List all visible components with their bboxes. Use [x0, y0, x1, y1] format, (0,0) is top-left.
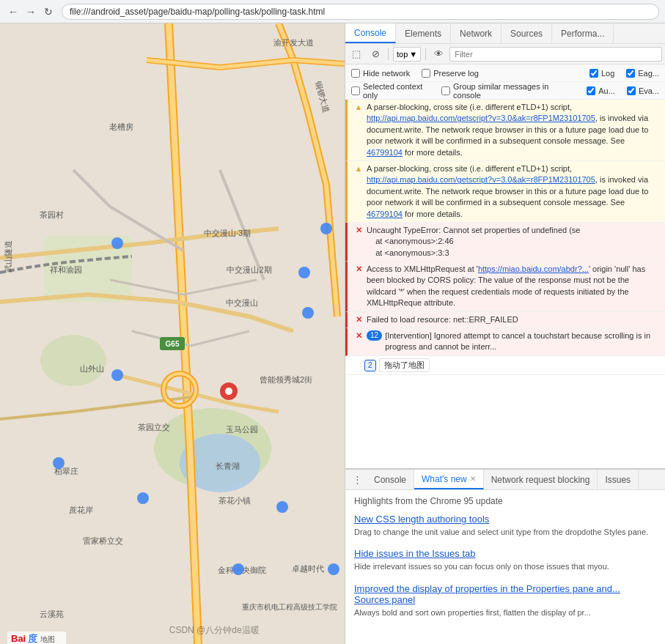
link-warning1b[interactable]: 46799104 [367, 148, 403, 157]
auto-checkbox[interactable] [587, 86, 595, 95]
svg-text:山外山: 山外山 [80, 364, 104, 373]
eye-button[interactable]: 👁 [430, 46, 447, 62]
log-option[interactable]: Log [589, 69, 614, 78]
svg-text:武山隧道: 武山隧道 [4, 240, 12, 273]
options-row2: Selected context only Group similar mess… [345, 82, 665, 100]
svg-text:渝开发大道: 渝开发大道 [273, 38, 314, 47]
hide-network-checkbox[interactable] [351, 69, 360, 78]
svg-text:重庆市机电工程高级技工学院: 重庆市机电工程高级技工学院 [242, 603, 337, 611]
warning-icon2: ▲ [353, 164, 364, 174]
svg-point-38 [111, 369, 123, 381]
eager-option[interactable]: Eag... [626, 69, 659, 78]
svg-text:雷家桥立交: 雷家桥立交 [83, 536, 123, 545]
map-area: G65 渝开发大道 铜锣大道 老槽房 茶园村 中交漫山·3期 中交漫山2期 中交… [0, 23, 345, 644]
console-entry-error1: ✕ Uncaught TypeError: Cannot set propert… [345, 223, 665, 262]
svg-text:祥和渝园: 祥和渝园 [50, 265, 82, 274]
eval-option[interactable]: Eva... [627, 86, 659, 95]
svg-text:中交漫山·3期: 中交漫山·3期 [204, 229, 251, 237]
update-title-1[interactable]: New CSS length authoring tools [354, 514, 656, 525]
console-entry-error2: ✕ Access to XMLHttpRequest at 'https://m… [345, 262, 665, 312]
console-entry-warning1: ▲ A parser-blocking, cross site (i.e. di… [345, 100, 665, 161]
svg-text:度: 度 [27, 633, 38, 644]
devtools-toolbar: ⬚ ⊘ top ▼ 👁 [345, 44, 665, 64]
address-bar[interactable] [62, 4, 659, 20]
tab-network[interactable]: Network [451, 23, 501, 43]
bottom-tab-console[interactable]: Console [367, 470, 414, 489]
selected-context-option[interactable]: Selected context only [351, 82, 430, 100]
svg-text:云溪苑: 云溪苑 [40, 610, 64, 618]
error-icon3: ✕ [353, 315, 364, 325]
console-output[interactable]: ▲ A parser-blocking, cross site (i.e. di… [345, 100, 665, 468]
preserve-log-checkbox[interactable] [422, 69, 430, 78]
options-row1: Hide network Preserve log Log Eag... [345, 64, 665, 82]
svg-text:地图: 地图 [40, 635, 55, 643]
link-warning2[interactable]: http://api.map.baidu.com/getscript?v=3.0… [367, 175, 595, 184]
svg-point-41 [276, 501, 288, 513]
filter-input[interactable] [449, 47, 662, 62]
svg-point-36 [298, 267, 310, 278]
svg-text:G65: G65 [166, 340, 180, 348]
group-similar-option[interactable]: Group similar messages in console [441, 82, 563, 100]
intervention-icon: ✕ [353, 331, 364, 341]
svg-text:中交漫山: 中交漫山 [226, 298, 258, 307]
bottom-tab-network-blocking[interactable]: Network request blocking [484, 470, 598, 489]
log-checkbox[interactable] [589, 69, 598, 78]
link-warning2b[interactable]: 46799104 [367, 210, 403, 218]
svg-point-10 [225, 388, 232, 395]
update-title-3[interactable]: Improved the display of properties in th… [354, 583, 656, 605]
preserve-log-option[interactable]: Preserve log [422, 69, 479, 78]
svg-text:老槽房: 老槽房 [109, 122, 133, 131]
update-desc-3: Always bold and sort own properties firs… [354, 607, 656, 618]
svg-point-42 [328, 563, 339, 575]
inspect-button[interactable]: ⬚ [348, 46, 364, 62]
svg-point-34 [111, 237, 123, 249]
entry-text-warning2: A parser-blocking, cross site (i.e. diff… [367, 163, 659, 220]
whatsnew-close[interactable]: ✕ [470, 475, 476, 483]
selected-context-checkbox[interactable] [351, 86, 360, 95]
bottom-tabs: ⋮ Console What's new ✕ Network request b… [345, 470, 665, 490]
bottom-tab-issues[interactable]: Issues [598, 470, 639, 489]
svg-text:曾能领秀城2街: 曾能领秀城2街 [260, 375, 312, 384]
tab-sources[interactable]: Sources [501, 23, 552, 43]
link-warning1[interactable]: http://api.map.baidu.com/getscript?v=3.0… [367, 114, 595, 122]
forward-button[interactable]: → [23, 4, 38, 19]
entry-text-warning1: A parser-blocking, cross site (i.e. diff… [367, 102, 659, 158]
svg-text:蔗花岸: 蔗花岸 [69, 506, 93, 514]
svg-text:玉马公园: 玉马公园 [226, 425, 258, 434]
refresh-button[interactable]: ↻ [41, 4, 56, 19]
update-desc-1: Drag to change the unit value and select… [354, 527, 656, 538]
browser-bar: ← → ↻ [0, 0, 665, 23]
console-entry-error3: ✕ Failed to load resource: net::ERR_FAIL… [345, 312, 665, 328]
entry-count-tag: 2 [364, 360, 376, 371]
hide-network-option[interactable]: Hide network [351, 69, 410, 78]
svg-text:茶花小镇: 茶花小镇 [218, 496, 251, 505]
link-cors[interactable]: https://miao.baidu.com/abdr?... [478, 264, 589, 273]
console-entry-chinese: 2 拖动了地图 [345, 356, 665, 375]
tab-console[interactable]: Console [345, 23, 396, 43]
csdn-watermark: CSDN @八分钟de温暖 [169, 624, 496, 637]
tab-elements[interactable]: Elements [396, 23, 451, 43]
console-entry-warning2: ▲ A parser-blocking, cross site (i.e. di… [345, 161, 665, 223]
eager-checkbox[interactable] [626, 69, 635, 78]
tab-performance[interactable]: Performa... [552, 23, 614, 43]
no-entry-button[interactable]: ⊘ [367, 46, 383, 62]
svg-text:茶园村: 茶园村 [40, 210, 64, 219]
entry-text-error1: Uncaught TypeError: Cannot set propertie… [367, 225, 659, 259]
toolbar-separator2 [425, 48, 426, 60]
svg-text:Bai: Bai [11, 633, 26, 644]
auto-option[interactable]: Au... [587, 86, 615, 95]
svg-point-35 [320, 223, 332, 234]
eval-checkbox[interactable] [627, 86, 636, 95]
update-title-2[interactable]: Hide issues in the Issues tab [354, 548, 656, 559]
highlights-title: Highlights from the Chrome 95 update [354, 496, 656, 506]
back-button[interactable]: ← [6, 4, 21, 19]
error-icon2: ✕ [353, 264, 364, 275]
level-selector[interactable]: top ▼ [393, 47, 421, 62]
group-similar-checkbox[interactable] [441, 86, 450, 95]
map-container[interactable]: G65 渝开发大道 铜锣大道 老槽房 茶园村 中交漫山·3期 中交漫山2期 中交… [0, 23, 345, 644]
bottom-tabs-more[interactable]: ⋮ [348, 474, 367, 485]
bottom-tab-whatsnew[interactable]: What's new ✕ [414, 470, 484, 489]
svg-point-2 [40, 335, 106, 386]
console-entry-intervention: ✕ 12 [Intervention] Ignored attempt to c… [345, 328, 665, 356]
svg-text:茶园立交: 茶园立交 [138, 423, 170, 432]
